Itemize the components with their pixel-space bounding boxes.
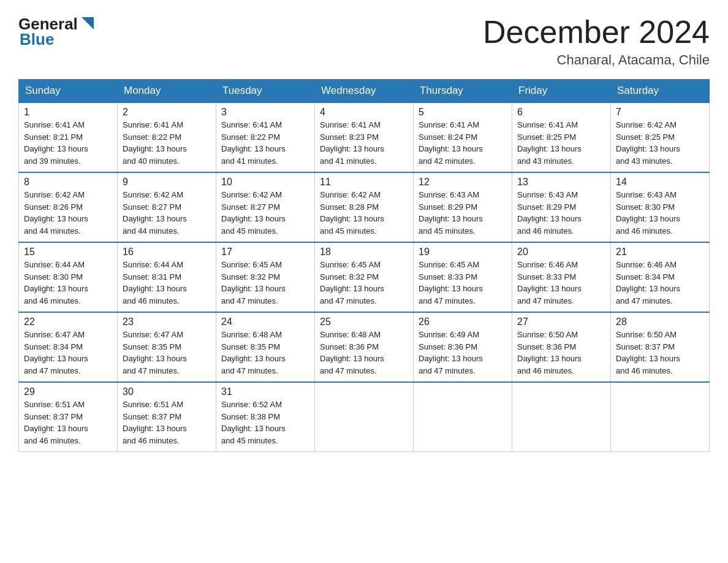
calendar-cell: 5Sunrise: 6:41 AMSunset: 8:24 PMDaylight… [414,102,512,172]
day-info: Sunrise: 6:48 AMSunset: 8:36 PMDaylight:… [320,329,408,377]
weekday-header-thursday: Thursday [414,80,512,103]
day-info: Sunrise: 6:43 AMSunset: 8:29 PMDaylight:… [517,189,605,237]
calendar-cell: 30Sunrise: 6:51 AMSunset: 8:37 PMDayligh… [118,382,216,452]
calendar-cell: 19Sunrise: 6:45 AMSunset: 8:33 PMDayligh… [414,242,512,312]
day-number: 30 [123,386,211,397]
day-number: 26 [419,316,507,327]
calendar-cell: 17Sunrise: 6:45 AMSunset: 8:32 PMDayligh… [216,242,315,312]
day-number: 23 [123,316,211,327]
calendar-cell: 13Sunrise: 6:43 AMSunset: 8:29 PMDayligh… [512,172,611,242]
day-info: Sunrise: 6:45 AMSunset: 8:33 PMDaylight:… [419,259,507,307]
calendar-cell: 4Sunrise: 6:41 AMSunset: 8:23 PMDaylight… [315,102,414,172]
day-number: 14 [616,177,704,188]
calendar-cell: 9Sunrise: 6:42 AMSunset: 8:27 PMDaylight… [118,172,216,242]
day-number: 19 [419,247,507,258]
calendar-cell: 15Sunrise: 6:44 AMSunset: 8:30 PMDayligh… [19,242,118,312]
day-info: Sunrise: 6:41 AMSunset: 8:22 PMDaylight:… [123,119,211,167]
day-info: Sunrise: 6:42 AMSunset: 8:25 PMDaylight:… [616,119,704,167]
calendar-cell [611,382,710,452]
calendar-cell: 24Sunrise: 6:48 AMSunset: 8:35 PMDayligh… [216,312,315,382]
calendar-cell: 6Sunrise: 6:41 AMSunset: 8:25 PMDaylight… [512,102,611,172]
day-number: 29 [24,386,112,397]
svg-marker-0 [82,17,94,29]
day-info: Sunrise: 6:51 AMSunset: 8:37 PMDaylight:… [123,399,211,446]
day-info: Sunrise: 6:46 AMSunset: 8:34 PMDaylight:… [616,259,704,307]
day-number: 21 [616,247,704,258]
calendar-cell: 7Sunrise: 6:42 AMSunset: 8:25 PMDaylight… [611,102,710,172]
weekday-header-tuesday: Tuesday [216,80,315,103]
day-number: 28 [616,316,704,327]
calendar-cell: 22Sunrise: 6:47 AMSunset: 8:34 PMDayligh… [19,312,118,382]
calendar-cell: 26Sunrise: 6:49 AMSunset: 8:36 PMDayligh… [414,312,512,382]
day-info: Sunrise: 6:49 AMSunset: 8:36 PMDaylight:… [419,329,507,377]
day-info: Sunrise: 6:42 AMSunset: 8:26 PMDaylight:… [24,189,112,237]
location-label: Chanaral, Atacama, Chile [483,52,710,68]
day-info: Sunrise: 6:44 AMSunset: 8:30 PMDaylight:… [24,259,112,307]
day-info: Sunrise: 6:43 AMSunset: 8:30 PMDaylight:… [616,189,704,237]
day-info: Sunrise: 6:41 AMSunset: 8:25 PMDaylight:… [517,119,605,167]
week-row-2: 8Sunrise: 6:42 AMSunset: 8:26 PMDaylight… [19,172,710,242]
day-number: 31 [221,386,309,397]
calendar-cell: 18Sunrise: 6:45 AMSunset: 8:32 PMDayligh… [315,242,414,312]
weekday-header-sunday: Sunday [19,80,118,103]
day-number: 25 [320,316,408,327]
calendar-cell: 21Sunrise: 6:46 AMSunset: 8:34 PMDayligh… [611,242,710,312]
day-number: 6 [517,107,605,118]
calendar-cell: 31Sunrise: 6:52 AMSunset: 8:38 PMDayligh… [216,382,315,452]
weekday-header-friday: Friday [512,80,611,103]
day-number: 13 [517,177,605,188]
calendar-cell: 29Sunrise: 6:51 AMSunset: 8:37 PMDayligh… [19,382,118,452]
day-info: Sunrise: 6:42 AMSunset: 8:27 PMDaylight:… [221,189,309,237]
calendar-cell: 10Sunrise: 6:42 AMSunset: 8:27 PMDayligh… [216,172,315,242]
day-info: Sunrise: 6:42 AMSunset: 8:28 PMDaylight:… [320,189,408,237]
day-number: 11 [320,177,408,188]
day-number: 27 [517,316,605,327]
day-info: Sunrise: 6:47 AMSunset: 8:35 PMDaylight:… [123,329,211,377]
day-info: Sunrise: 6:45 AMSunset: 8:32 PMDaylight:… [320,259,408,307]
calendar-cell [414,382,512,452]
week-row-5: 29Sunrise: 6:51 AMSunset: 8:37 PMDayligh… [19,382,710,452]
week-row-3: 15Sunrise: 6:44 AMSunset: 8:30 PMDayligh… [19,242,710,312]
day-number: 4 [320,107,408,118]
day-number: 2 [123,107,211,118]
calendar-cell: 14Sunrise: 6:43 AMSunset: 8:30 PMDayligh… [611,172,710,242]
week-row-4: 22Sunrise: 6:47 AMSunset: 8:34 PMDayligh… [19,312,710,382]
calendar-cell: 12Sunrise: 6:43 AMSunset: 8:29 PMDayligh… [414,172,512,242]
day-number: 18 [320,247,408,258]
day-info: Sunrise: 6:42 AMSunset: 8:27 PMDaylight:… [123,189,211,237]
day-info: Sunrise: 6:44 AMSunset: 8:31 PMDaylight:… [123,259,211,307]
weekday-header-saturday: Saturday [611,80,710,103]
calendar-table: SundayMondayTuesdayWednesdayThursdayFrid… [18,79,710,452]
title-block: December 2024 Chanaral, Atacama, Chile [483,15,710,68]
day-info: Sunrise: 6:47 AMSunset: 8:34 PMDaylight:… [24,329,112,377]
day-number: 15 [24,247,112,258]
calendar-cell: 11Sunrise: 6:42 AMSunset: 8:28 PMDayligh… [315,172,414,242]
calendar-cell: 16Sunrise: 6:44 AMSunset: 8:31 PMDayligh… [118,242,216,312]
day-info: Sunrise: 6:41 AMSunset: 8:22 PMDaylight:… [221,119,309,167]
day-info: Sunrise: 6:41 AMSunset: 8:24 PMDaylight:… [419,119,507,167]
day-number: 12 [419,177,507,188]
calendar-cell: 25Sunrise: 6:48 AMSunset: 8:36 PMDayligh… [315,312,414,382]
day-number: 20 [517,247,605,258]
weekday-header-wednesday: Wednesday [315,80,414,103]
day-number: 7 [616,107,704,118]
month-title: December 2024 [483,15,710,50]
calendar-cell: 27Sunrise: 6:50 AMSunset: 8:36 PMDayligh… [512,312,611,382]
calendar-cell: 8Sunrise: 6:42 AMSunset: 8:26 PMDaylight… [19,172,118,242]
weekday-header-row: SundayMondayTuesdayWednesdayThursdayFrid… [19,80,710,103]
day-number: 8 [24,177,112,188]
day-info: Sunrise: 6:50 AMSunset: 8:36 PMDaylight:… [517,329,605,377]
logo: General Blue [18,15,96,49]
day-number: 5 [419,107,507,118]
calendar-cell [315,382,414,452]
day-info: Sunrise: 6:50 AMSunset: 8:37 PMDaylight:… [616,329,704,377]
day-info: Sunrise: 6:52 AMSunset: 8:38 PMDaylight:… [221,399,309,446]
day-number: 1 [24,107,112,118]
calendar-cell: 20Sunrise: 6:46 AMSunset: 8:33 PMDayligh… [512,242,611,312]
weekday-header-monday: Monday [118,80,216,103]
week-row-1: 1Sunrise: 6:41 AMSunset: 8:21 PMDaylight… [19,102,710,172]
day-number: 3 [221,107,309,118]
day-number: 17 [221,247,309,258]
day-number: 9 [123,177,211,188]
day-number: 10 [221,177,309,188]
